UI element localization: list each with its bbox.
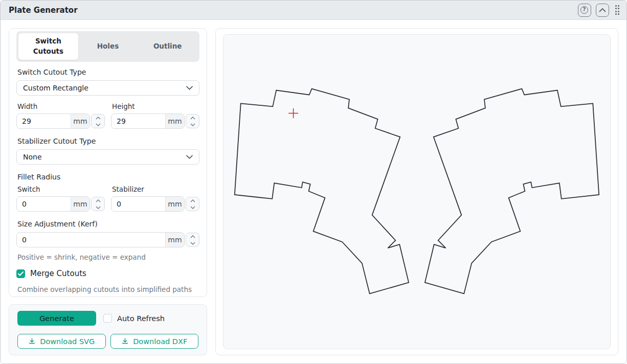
height-label: Height <box>112 102 198 110</box>
checkmark-icon <box>18 271 24 276</box>
switch-cutout-type-value: Custom Rectangle <box>23 84 88 92</box>
stepper-down[interactable] <box>186 204 199 211</box>
switch-cutout-type-label: Switch Cutout Type <box>17 68 198 76</box>
fillet-switch-unit: mm <box>71 197 89 211</box>
switch-cutout-type-select[interactable]: Custom Rectangle <box>16 80 199 96</box>
merge-cutouts-label: Merge Cutouts <box>30 269 86 278</box>
generate-button[interactable]: Generate <box>17 311 96 326</box>
stepper-up[interactable] <box>186 197 199 204</box>
stepper-up[interactable] <box>186 115 199 121</box>
chevron-down-icon <box>190 242 195 245</box>
stepper-down[interactable] <box>92 121 104 128</box>
main-content: Switch Cutouts Holes Outline Switch Cuto… <box>1 20 626 363</box>
fillet-switch-input[interactable] <box>17 197 71 211</box>
kerf-unit: mm <box>165 233 184 247</box>
stepper-down[interactable] <box>186 121 199 128</box>
chevron-down-icon <box>190 206 195 209</box>
left-plate-outline <box>235 89 409 294</box>
collapse-button[interactable] <box>596 4 609 17</box>
download-icon <box>121 337 129 345</box>
chevron-up-icon <box>190 199 195 202</box>
download-svg-button[interactable]: Download SVG <box>17 334 106 349</box>
auto-refresh-label: Auto Refresh <box>117 314 165 323</box>
chevron-down-icon <box>190 123 195 126</box>
fillet-stabilizer-label: Stabilizer <box>112 185 198 193</box>
fillet-stabilizer-stepper <box>186 197 199 211</box>
download-dxf-button[interactable]: Download DXF <box>110 334 199 349</box>
help-button[interactable]: ? <box>578 4 591 17</box>
right-plate-outline <box>425 89 599 294</box>
chevron-up-icon <box>96 199 101 202</box>
stepper-up[interactable] <box>92 115 104 121</box>
chevron-down-icon <box>186 86 193 90</box>
width-field: Width mm <box>16 96 105 129</box>
chevron-up-icon <box>599 8 606 12</box>
stepper-down[interactable] <box>186 240 199 246</box>
auto-refresh-checkbox-row[interactable]: Auto Refresh <box>103 314 165 323</box>
stabilizer-cutout-type-value: None <box>23 153 42 161</box>
page-title: Plate Generator <box>9 6 573 15</box>
auto-refresh-checkbox[interactable] <box>103 314 112 323</box>
width-label: Width <box>17 102 104 110</box>
fillet-switch-stepper <box>91 197 105 211</box>
download-icon <box>28 337 36 345</box>
height-input[interactable] <box>111 114 165 128</box>
kerf-stepper <box>186 233 199 247</box>
stepper-up[interactable] <box>186 233 199 240</box>
stepper-up[interactable] <box>92 197 104 204</box>
settings-panel: Switch Cutouts Holes Outline Switch Cuto… <box>9 28 207 297</box>
fillet-stabilizer-input[interactable] <box>111 197 165 211</box>
fillet-stabilizer-field: Stabilizer mm <box>111 185 199 212</box>
plate-generator-window: Plate Generator ? Switch Cutouts Holes O… <box>0 0 627 364</box>
tab-holes[interactable]: Holes <box>78 33 138 60</box>
stepper-down[interactable] <box>92 204 104 211</box>
download-dxf-label: Download DXF <box>133 337 187 346</box>
height-stepper <box>186 114 199 128</box>
chevron-down-icon <box>96 206 101 209</box>
height-field: Height mm <box>111 96 199 129</box>
tab-outline[interactable]: Outline <box>138 33 197 60</box>
merge-cutouts-hint: Combine overlapping cutouts into simplif… <box>17 285 198 293</box>
tab-bar: Switch Cutouts Holes Outline <box>16 31 199 62</box>
merge-cutouts-checkbox[interactable] <box>16 269 25 278</box>
question-mark-icon: ? <box>580 6 588 14</box>
tab-switch-cutouts[interactable]: Switch Cutouts <box>18 33 78 60</box>
chevron-up-icon <box>190 235 195 238</box>
fillet-switch-label: Switch <box>17 185 104 193</box>
drag-handle-icon[interactable] <box>615 5 620 15</box>
kerf-hint: Positive = shrink, negative = expand <box>17 253 198 261</box>
kerf-input[interactable] <box>17 233 165 247</box>
chevron-up-icon <box>96 117 101 120</box>
chevron-up-icon <box>190 117 195 120</box>
fillet-radius-label: Fillet Radius <box>17 173 198 181</box>
chevron-down-icon <box>186 155 193 159</box>
preview-column <box>215 28 618 355</box>
width-unit: mm <box>71 114 89 128</box>
download-svg-label: Download SVG <box>40 337 95 346</box>
width-stepper <box>91 114 105 128</box>
preview-panel <box>215 28 618 355</box>
titlebar: Plate Generator ? <box>1 1 626 20</box>
settings-column: Switch Cutouts Holes Outline Switch Cuto… <box>9 28 207 355</box>
kerf-label: Size Adjustment (Kerf) <box>17 220 198 228</box>
fillet-stabilizer-unit: mm <box>165 197 184 211</box>
width-input[interactable] <box>17 114 71 128</box>
chevron-down-icon <box>96 123 101 126</box>
preview-svg <box>223 35 610 349</box>
stabilizer-cutout-type-select[interactable]: None <box>16 149 199 165</box>
plate-preview-canvas[interactable] <box>223 34 611 349</box>
fillet-switch-field: Switch mm <box>16 185 105 212</box>
actions-panel: Generate Auto Refresh Download SVG <box>9 304 207 355</box>
stabilizer-cutout-type-label: Stabilizer Cutout Type <box>17 137 198 145</box>
height-unit: mm <box>165 114 184 128</box>
merge-cutouts-checkbox-row[interactable]: Merge Cutouts <box>16 269 199 278</box>
